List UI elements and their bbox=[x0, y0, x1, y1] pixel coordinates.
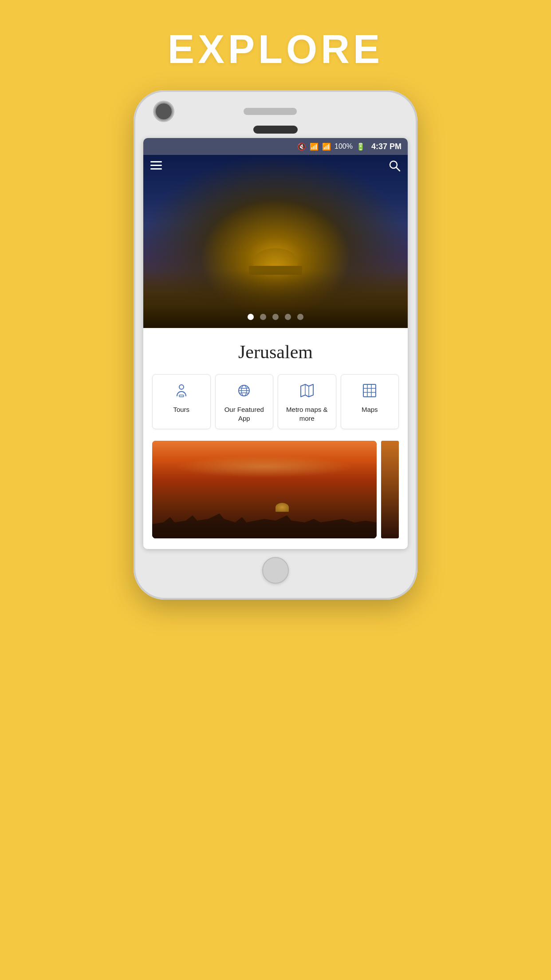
tours-button[interactable]: Tours bbox=[152, 374, 211, 429]
svg-rect-3 bbox=[179, 395, 184, 397]
svg-line-1 bbox=[396, 167, 400, 171]
metro-maps-icon bbox=[299, 383, 315, 401]
metro-maps-button[interactable]: Metro maps & more bbox=[278, 374, 336, 429]
preview-image-strip bbox=[152, 441, 399, 538]
carousel-dots bbox=[143, 314, 408, 320]
dot-1[interactable] bbox=[248, 314, 254, 320]
featured-app-icon bbox=[236, 383, 252, 401]
dot-4[interactable] bbox=[285, 314, 291, 320]
preview-main-image bbox=[152, 441, 377, 538]
battery-percent: 100% bbox=[335, 142, 353, 150]
dot-2[interactable] bbox=[260, 314, 266, 320]
wifi-icon: 📶 bbox=[310, 142, 319, 151]
front-camera bbox=[156, 103, 172, 119]
svg-point-2 bbox=[179, 385, 184, 389]
featured-app-button[interactable]: Our Featured App bbox=[215, 374, 274, 429]
hamburger-line-1 bbox=[150, 161, 162, 162]
page-title: EXPLORE bbox=[168, 27, 383, 72]
phone-speaker bbox=[244, 108, 297, 115]
hamburger-menu[interactable] bbox=[150, 161, 162, 170]
search-button[interactable] bbox=[388, 159, 401, 175]
battery-icon: 🔋 bbox=[356, 142, 365, 151]
hamburger-line-3 bbox=[150, 168, 162, 170]
status-bar: 🔇 📶 📶 100% 🔋 4:37 PM bbox=[143, 138, 408, 155]
svg-rect-9 bbox=[363, 384, 376, 397]
action-buttons-row: Tours Our Featured App bbox=[152, 374, 399, 429]
phone-bottom bbox=[142, 549, 409, 586]
featured-app-label: Our Featured App bbox=[219, 405, 270, 423]
dot-5[interactable] bbox=[297, 314, 303, 320]
home-button[interactable] bbox=[262, 557, 289, 584]
phone-top-bar bbox=[142, 103, 409, 119]
dot-3[interactable] bbox=[272, 314, 279, 320]
city-name: Jerusalem bbox=[152, 341, 399, 363]
phone-earpiece bbox=[253, 126, 298, 134]
tours-label: Tours bbox=[173, 405, 189, 414]
maps-label: Maps bbox=[362, 405, 378, 414]
content-area: Jerusalem Tours bbox=[143, 328, 408, 549]
hamburger-line-2 bbox=[150, 165, 162, 166]
tours-icon bbox=[173, 383, 189, 401]
phone-mockup: 🔇 📶 📶 100% 🔋 4:37 PM bbox=[134, 90, 417, 600]
maps-button[interactable]: Maps bbox=[341, 374, 399, 429]
phone-screen: 🔇 📶 📶 100% 🔋 4:37 PM bbox=[143, 138, 408, 549]
mute-icon: 🔇 bbox=[297, 142, 306, 151]
preview-side-image bbox=[381, 441, 399, 538]
metro-maps-label: Metro maps & more bbox=[282, 405, 332, 423]
clock: 4:37 PM bbox=[371, 142, 401, 151]
maps-icon bbox=[362, 383, 378, 401]
signal-icon: 📶 bbox=[322, 142, 331, 151]
hero-image bbox=[143, 155, 408, 328]
phone-sensor bbox=[369, 110, 395, 113]
